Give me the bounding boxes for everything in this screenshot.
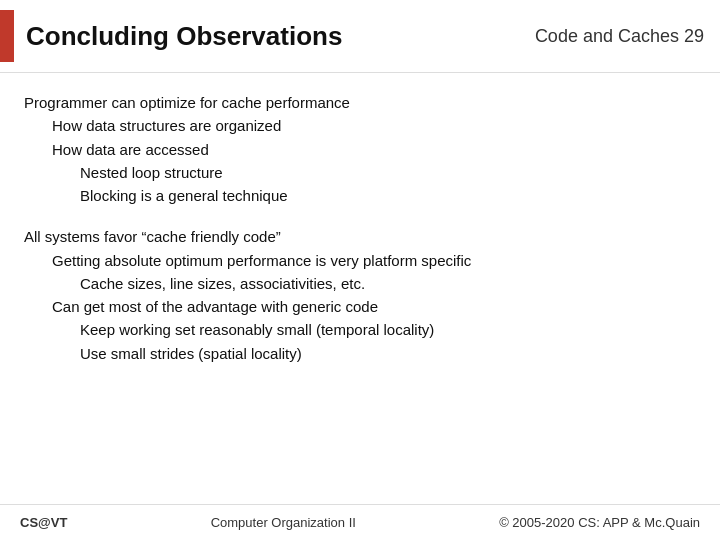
footer-right: © 2005-2020 CS: APP & Mc.Quain — [499, 515, 700, 530]
slide-title: Concluding Observations — [26, 21, 535, 52]
section1-line1: Programmer can optimize for cache perfor… — [24, 91, 696, 114]
slide-header: Concluding Observations Code and Caches … — [0, 0, 720, 73]
section2-line5: Keep working set reasonably small (tempo… — [24, 318, 696, 341]
section2-line3: Cache sizes, line sizes, associativities… — [24, 272, 696, 295]
section-1: Programmer can optimize for cache perfor… — [24, 91, 696, 207]
slide-footer: CS@VT Computer Organization II © 2005-20… — [0, 504, 720, 540]
section-2: All systems favor “cache friendly code” … — [24, 225, 696, 365]
slide-subtitle: Code and Caches 29 — [535, 26, 704, 47]
slide-content: Programmer can optimize for cache perfor… — [0, 73, 720, 504]
footer-left: CS@VT — [20, 515, 67, 530]
section1-line2: How data structures are organized — [24, 114, 696, 137]
slide: Concluding Observations Code and Caches … — [0, 0, 720, 540]
section1-line3: How data are accessed — [24, 138, 696, 161]
section2-line6: Use small strides (spatial locality) — [24, 342, 696, 365]
section2-line4: Can get most of the advantage with gener… — [24, 295, 696, 318]
section1-line4: Nested loop structure — [24, 161, 696, 184]
section2-line2: Getting absolute optimum performance is … — [24, 249, 696, 272]
section1-line5: Blocking is a general technique — [24, 184, 696, 207]
section2-line1: All systems favor “cache friendly code” — [24, 225, 696, 248]
footer-center: Computer Organization II — [211, 515, 356, 530]
red-accent-bar — [0, 10, 14, 62]
